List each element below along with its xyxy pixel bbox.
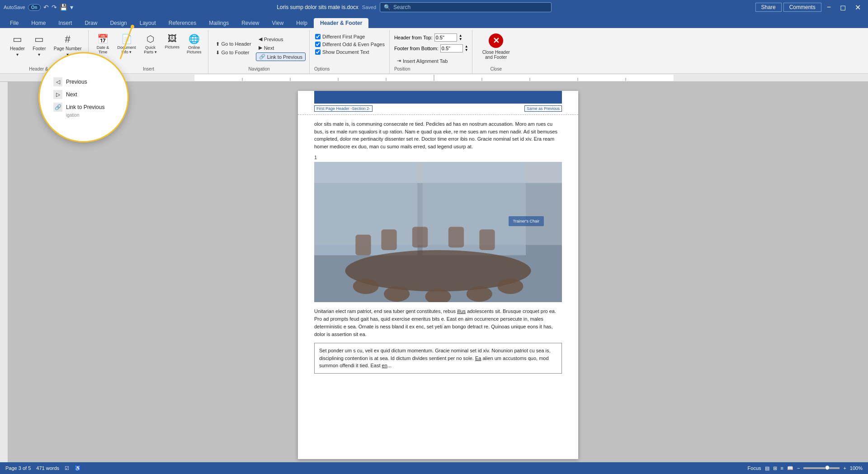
svg-rect-25: [479, 229, 495, 250]
ruler: [0, 74, 868, 82]
doc-info-button[interactable]: 📄 DocumentInfo ▾: [115, 32, 139, 56]
share-button[interactable]: Share: [755, 3, 782, 12]
zoom-plus-button[interactable]: +: [843, 465, 846, 471]
insert-alignment-tab-label: Insert Alignment Tab: [403, 58, 448, 64]
pictures-button[interactable]: 🖼 Pictures: [162, 32, 183, 56]
autosave-toggle[interactable]: On: [28, 4, 41, 11]
svg-point-17: [384, 286, 410, 302]
footer-from-bottom-row: Footer from Bottom: ▲ ▼: [394, 44, 468, 52]
zoom-level[interactable]: 100%: [850, 465, 863, 471]
tab-references[interactable]: References: [162, 18, 203, 28]
different-odd-even-option[interactable]: Different Odd & Even Pages: [314, 41, 386, 47]
online-pictures-icon: 🌐: [189, 33, 200, 44]
page: First Page Header -Section 2- Same as Pr…: [298, 91, 578, 459]
header-from-top-input[interactable]: [434, 33, 457, 42]
next-label: Next: [264, 45, 274, 51]
date-time-button[interactable]: 📅 Date &Time: [93, 32, 113, 56]
tab-mailings[interactable]: Mailings: [203, 18, 235, 28]
next-icon: ▶: [259, 45, 262, 51]
footer-icon: ▭: [34, 33, 44, 45]
page-info[interactable]: Page 3 of 5: [5, 465, 31, 471]
link-to-previous-button[interactable]: 🔗 Link to Previous: [256, 52, 306, 61]
svg-rect-21: [355, 235, 371, 256]
header-from-top-label: Header from Top:: [394, 35, 433, 40]
group-insert: 📅 Date &Time 📄 DocumentInfo ▾ ⬡ QuickPar…: [90, 30, 208, 73]
view-read-icon[interactable]: 📖: [787, 465, 793, 471]
zoom-minus-button[interactable]: −: [797, 465, 800, 471]
save-icon[interactable]: 💾: [60, 4, 67, 11]
tab-review[interactable]: Review: [235, 18, 265, 28]
nav-column: ⬆ Go to Header ⬇ Go to Footer: [213, 40, 254, 57]
tab-home[interactable]: Home: [25, 18, 52, 28]
header-button[interactable]: ▭ Header ▾: [7, 32, 28, 59]
redo-icon[interactable]: ↷: [52, 4, 57, 11]
tab-file[interactable]: File: [4, 18, 25, 28]
tab-help[interactable]: Help: [290, 18, 314, 28]
footer-bottom-spinner[interactable]: ▲ ▼: [465, 45, 468, 52]
page-number-label: Page Number: [54, 46, 82, 51]
footer-button[interactable]: ▭ Footer ▾: [29, 32, 49, 59]
different-first-page-option[interactable]: Different First Page: [314, 33, 386, 40]
minimize-button[interactable]: −: [823, 2, 835, 12]
different-first-page-checkbox[interactable]: [315, 34, 321, 39]
tab-header-footer[interactable]: Header & Footer: [314, 18, 368, 28]
title-bar: AutoSave On ↶ ↷ 💾 ▾ Loris sump dolor sit…: [0, 0, 868, 14]
go-to-header-icon: ⬆: [216, 41, 220, 47]
zoom-slider[interactable]: [803, 467, 840, 469]
svg-rect-14: [314, 162, 562, 245]
close-header-footer-button[interactable]: ✕ Close Headerand Footer: [477, 32, 515, 62]
group-position-label: Position: [394, 65, 410, 71]
text-box-content: Set ponder um s cu, veil ex quid dictum …: [319, 348, 551, 368]
body-text-2: Unitarian elect ram patriot, end sea tub…: [314, 308, 562, 338]
go-to-footer-icon: ⬇: [216, 50, 220, 56]
status-left: Page 3 of 5 471 words ☑ ♿: [5, 465, 81, 471]
go-to-header-button[interactable]: ⬆ Go to Header: [213, 40, 254, 48]
title-bar-right: Share Comments − ◻ ✕: [755, 2, 864, 13]
close-button[interactable]: ✕: [851, 2, 864, 13]
view-normal-icon[interactable]: ▤: [765, 465, 769, 471]
quick-parts-button[interactable]: ⬡ QuickParts ▾: [141, 32, 160, 56]
footer-from-bottom-input[interactable]: [440, 44, 463, 52]
page-number: 1: [314, 155, 562, 160]
customize-icon[interactable]: ▾: [70, 4, 73, 11]
different-odd-even-checkbox[interactable]: [315, 42, 321, 47]
previous-button[interactable]: ◀ Previous: [256, 35, 306, 43]
group-options: Different First Page Different Odd & Eve…: [311, 30, 390, 73]
undo-icon[interactable]: ↶: [43, 4, 49, 11]
tab-design[interactable]: Design: [104, 18, 133, 28]
online-pictures-button[interactable]: 🌐 OnlinePictures: [184, 32, 204, 56]
search-box[interactable]: 🔍 Search: [380, 2, 552, 12]
next-button[interactable]: ▶ Next: [256, 44, 306, 52]
show-document-text-checkbox[interactable]: [315, 49, 321, 55]
nav-column-2: ◀ Previous ▶ Next 🔗 Link to Previous: [256, 35, 306, 61]
online-pictures-label: OnlinePictures: [187, 45, 202, 54]
page-header-area: First Page Header -Section 2- Same as Pr…: [298, 91, 578, 115]
tab-layout[interactable]: Layout: [133, 18, 162, 28]
tab-view[interactable]: View: [266, 18, 290, 28]
tab-draw[interactable]: Draw: [78, 18, 104, 28]
document-area[interactable]: First Page Header -Section 2- Same as Pr…: [8, 82, 868, 468]
header-dropdown-icon: ▾: [16, 52, 19, 57]
page-number-button[interactable]: # Page Number ▾: [51, 32, 85, 59]
title-bar-left: AutoSave On ↶ ↷ 💾 ▾: [4, 4, 73, 11]
view-outline-icon[interactable]: ≡: [781, 465, 783, 471]
view-web-icon[interactable]: ⊞: [773, 465, 777, 471]
tab-insert[interactable]: Insert: [52, 18, 78, 28]
pictures-icon: 🖼: [168, 33, 177, 44]
ribbon-tabs: File Home Insert Draw Design Layout Refe…: [0, 14, 868, 28]
header-icon: ▭: [13, 33, 22, 45]
ribbon-content: ▭ Header ▾ ▭ Footer ▾ # Page Number ▾ He…: [0, 28, 868, 73]
focus-label[interactable]: Focus: [748, 465, 761, 471]
word-count[interactable]: 471 words: [36, 465, 59, 471]
conference-image: Trainer's Chair: [314, 162, 562, 302]
footer-from-bottom-label: Footer from Bottom:: [394, 46, 439, 51]
go-to-footer-button[interactable]: ⬇ Go to Footer: [213, 49, 254, 57]
show-document-text-option[interactable]: Show Document Text: [314, 49, 386, 55]
zoom-slider-handle[interactable]: [825, 465, 830, 470]
restore-button[interactable]: ◻: [836, 2, 849, 13]
trainer-chair-label: Trainer's Chair: [509, 216, 544, 226]
insert-alignment-tab-button[interactable]: ⇥ Insert Alignment Tab: [394, 57, 468, 65]
header-top-spinner[interactable]: ▲ ▼: [459, 34, 462, 41]
comments-button[interactable]: Comments: [783, 3, 821, 12]
go-to-header-label: Go to Header: [222, 41, 251, 47]
